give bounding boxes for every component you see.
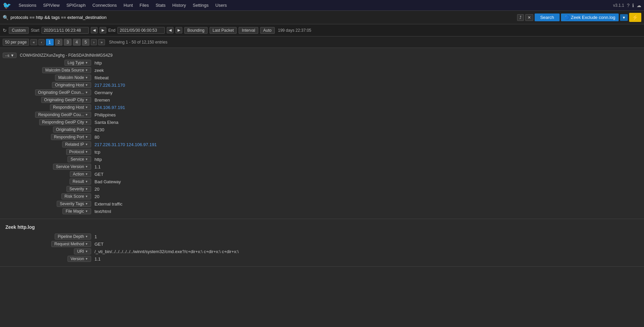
nav-spiview[interactable]: SPIView (40, 0, 63, 11)
page-3-button[interactable]: 3 (64, 39, 72, 46)
start-time-input[interactable] (42, 27, 89, 34)
prev-page-button[interactable]: ‹ (38, 39, 45, 45)
field-label-button-10[interactable]: Responding Port ▼ (51, 134, 91, 140)
last-packet-button[interactable]: Last Packet (210, 27, 237, 34)
per-page-select[interactable]: 50 per page (3, 39, 29, 46)
refresh-icon[interactable]: ↻ (3, 28, 7, 33)
bounding-button[interactable]: Bounding (184, 27, 208, 34)
field-label-button-5[interactable]: Originating GeolP City ▼ (41, 97, 91, 103)
nav-history[interactable]: History (169, 0, 189, 11)
field-label-button-1[interactable]: Request Method ▼ (51, 241, 91, 247)
end-next-button[interactable]: ▶ (176, 27, 182, 33)
alert-button[interactable]: ⚡ (629, 13, 641, 22)
field-label-button-3[interactable]: Originating Host ▼ (52, 82, 91, 88)
start-next-button[interactable]: ▶ (100, 27, 106, 33)
nav-settings[interactable]: Settings (189, 0, 212, 11)
field-label-col: Action ▼ (0, 171, 95, 177)
field-label-button-17[interactable]: Severity ▼ (66, 186, 91, 192)
field-label-col: Originating Host ▼ (0, 82, 95, 88)
first-page-button[interactable]: « (30, 39, 37, 45)
page-5-button[interactable]: 5 (82, 39, 90, 46)
field-row: Malcolm Data Source ▼zeek (0, 67, 644, 74)
cloud-icon[interactable]: ☁ (637, 3, 641, 8)
nav-files[interactable]: Files (136, 0, 152, 11)
field-label-button-16[interactable]: Result ▼ (70, 179, 91, 185)
field-label-col: Risk Score ▼ (0, 193, 95, 199)
page-4-button[interactable]: 4 (73, 39, 81, 46)
search-button[interactable]: Search (535, 13, 559, 21)
nav-sessions[interactable]: Sessions (15, 0, 40, 11)
field-value-6: 124.106.97.191 (95, 104, 644, 111)
field-label-button-0[interactable]: Pipeline Depth ▼ (55, 234, 91, 240)
field-label-button-3[interactable]: Version ▼ (68, 256, 91, 262)
field-label-col: Severity ▼ (0, 186, 95, 192)
share-button[interactable]: ⤴ (517, 14, 524, 21)
field-label-col: Originating GeolP Coun... ▼ (0, 89, 95, 96)
page-1-button[interactable]: 1 (46, 39, 54, 46)
help-icon[interactable]: ? (627, 3, 629, 8)
nav-stats[interactable]: Stats (152, 0, 169, 11)
field-row: Originating GeolP City ▼Bremen (0, 97, 644, 104)
field-label-button-1[interactable]: Malcolm Data Source ▼ (42, 67, 91, 73)
field-label-col: Pipeline Depth ▼ (0, 234, 95, 240)
field-value-8: Santa Elena (95, 119, 644, 126)
trunc-action-button[interactable]: --s ▼ (3, 53, 17, 58)
field-row: Responding Port ▼80 (0, 134, 644, 141)
field-value-16: Bad Gateway (95, 179, 644, 185)
nav-hunt[interactable]: Hunt (120, 0, 136, 11)
field-row: Risk Score ▼20 (0, 193, 644, 200)
nav-connections[interactable]: Connections (89, 0, 120, 11)
field-label-button-13[interactable]: Service ▼ (68, 156, 91, 162)
field-row: Originating Port ▼4230 (0, 126, 644, 134)
field-label-button-4[interactable]: Originating GeolP Coun... ▼ (35, 89, 91, 96)
interval-button[interactable]: Interval (239, 27, 258, 34)
record-section-2: Zeek http.log Pipeline Depth ▼1Request M… (0, 219, 644, 267)
page-2-button[interactable]: 2 (55, 39, 63, 46)
field-label-button-7[interactable]: Responding GeolP Cou... ▼ (35, 112, 91, 118)
auto-button[interactable]: Auto (260, 27, 275, 34)
field-value-4: Germany (95, 89, 644, 96)
field-label-button-2[interactable]: Malcolm Node ▼ (55, 75, 91, 81)
field-row: Protocol ▼tcp (0, 148, 644, 156)
field-value-15: GET (95, 171, 644, 178)
field-label-button-6[interactable]: Responding Host ▼ (50, 104, 91, 110)
search-input[interactable] (10, 15, 514, 20)
top-nav: 🐦 Sessions SPIView SPIGraph Connections … (0, 0, 644, 11)
section-2-title: Zeek http.log (0, 222, 644, 233)
field-row: Malcolm Node ▼filebeat (0, 74, 644, 82)
info-icon[interactable]: ℹ (632, 3, 634, 8)
search-icon: 🔍 (3, 15, 8, 20)
end-prev-button[interactable]: ◀ (167, 27, 173, 33)
exclude-dropdown[interactable]: ▼ (620, 14, 628, 21)
next-page-button[interactable]: › (91, 39, 97, 45)
field-label-col: Version ▼ (0, 256, 95, 262)
nav-users[interactable]: Users (212, 0, 230, 11)
field-label-button-0[interactable]: Log Type ▼ (64, 60, 91, 66)
field-label-button-20[interactable]: File Magic ▼ (62, 208, 91, 214)
field-row: Action ▼GET (0, 171, 644, 178)
field-label-button-11[interactable]: Related IP ▼ (62, 141, 91, 147)
field-label-button-12[interactable]: Protocol ▼ (66, 149, 91, 155)
field-label-button-14[interactable]: Service Version ▼ (53, 164, 91, 170)
field-label-button-9[interactable]: Originating Port ▼ (53, 127, 91, 133)
start-prev-button[interactable]: ◀ (91, 27, 98, 33)
clear-button[interactable]: ✕ (525, 14, 533, 21)
field-value-0: http (95, 60, 644, 66)
exclude-button[interactable]: 🔵 Zeek Exclude conn.log (561, 13, 619, 21)
field-value-13: http (95, 156, 644, 163)
field-label-button-19[interactable]: Severity Tags ▼ (57, 201, 91, 207)
time-bar: ↻ Custom Start ◀ ▶ End ◀ ▶ Bounding Last… (0, 24, 644, 36)
last-page-button[interactable]: » (98, 39, 105, 45)
field-label-col: Responding Port ▼ (0, 134, 95, 140)
field-label-button-2[interactable]: URI ▼ (74, 248, 91, 254)
field-row: Related IP ▼217.226.31.170 124.106.97.19… (0, 141, 644, 148)
end-time-input[interactable] (117, 27, 165, 34)
nav-spigraph[interactable]: SPIGraph (63, 0, 89, 11)
time-preset-button[interactable]: Custom (9, 27, 29, 34)
field-label-button-15[interactable]: Action ▼ (70, 171, 91, 177)
field-label-button-8[interactable]: Responding GeolP City ▼ (39, 119, 91, 125)
field-row: Responding Host ▼124.106.97.191 (0, 104, 644, 111)
field-value-17: 20 (95, 186, 644, 192)
field-label-button-18[interactable]: Risk Score ▼ (61, 193, 91, 199)
field-row: Request Method ▼GET (0, 241, 644, 248)
